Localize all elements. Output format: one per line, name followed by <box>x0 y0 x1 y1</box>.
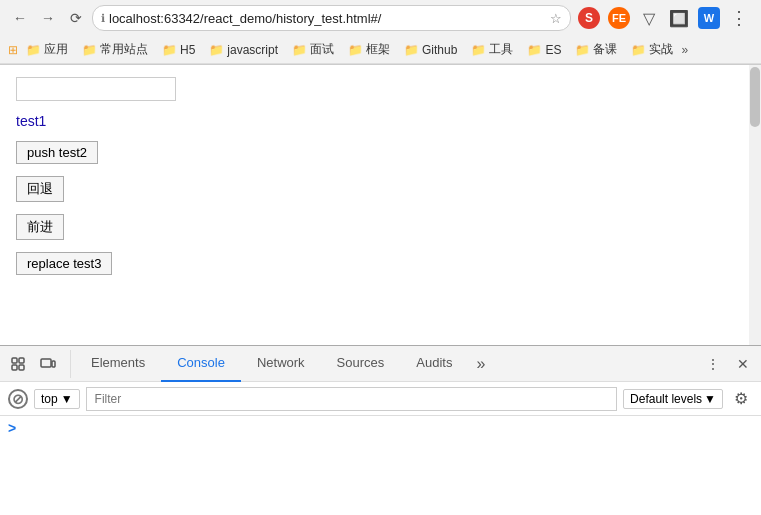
bookmark-label: ES <box>545 43 561 57</box>
bookmark-apps[interactable]: 📁 应用 <box>20 39 74 60</box>
folder-icon: 📁 <box>209 43 224 57</box>
scrollbar-thumb[interactable] <box>750 67 760 127</box>
forward-button[interactable]: → <box>36 6 60 30</box>
reload-button[interactable]: ⟳ <box>64 6 88 30</box>
address-input[interactable] <box>109 11 546 26</box>
levels-dropdown-icon: ▼ <box>704 392 716 406</box>
svg-rect-5 <box>52 361 55 367</box>
forward-button-page[interactable]: 前进 <box>16 214 64 240</box>
devtools-side-icons <box>4 350 71 378</box>
svg-rect-1 <box>12 365 17 370</box>
folder-icon: 📁 <box>348 43 363 57</box>
menu-button[interactable]: ⋮ <box>725 4 753 32</box>
folder-icon: 📁 <box>527 43 542 57</box>
tab-sources[interactable]: Sources <box>321 346 401 382</box>
devtools-toolbar: Elements Console Network Sources Audits … <box>0 346 761 382</box>
bookmark-prepare[interactable]: 📁 备课 <box>569 39 623 60</box>
folder-icon: 📁 <box>292 43 307 57</box>
tab-console[interactable]: Console <box>161 346 241 382</box>
tab-elements[interactable]: Elements <box>75 346 161 382</box>
bookmarks-bar: ⊞ 📁 应用 📁 常用站点 📁 H5 📁 javascript 📁 面试 📁 框… <box>0 36 761 64</box>
bookmark-star-icon[interactable]: ☆ <box>550 11 562 26</box>
bookmark-framework[interactable]: 📁 框架 <box>342 39 396 60</box>
bookmark-label: 实战 <box>649 41 673 58</box>
extension-icon-2[interactable]: FE <box>605 4 633 32</box>
svg-rect-4 <box>41 359 51 367</box>
address-bar[interactable]: ℹ ☆ <box>92 5 571 31</box>
console-bar: ⊘ top ▼ Default levels ▼ ⚙ <box>0 382 761 416</box>
tab-network[interactable]: Network <box>241 346 321 382</box>
bookmark-h5[interactable]: 📁 H5 <box>156 41 201 59</box>
device-icon <box>40 356 56 372</box>
search-input[interactable] <box>16 77 176 101</box>
folder-icon: 📁 <box>404 43 419 57</box>
levels-label: Default levels <box>630 392 702 406</box>
ext-orange-icon: FE <box>608 7 630 29</box>
push-test2-button[interactable]: push test2 <box>16 141 98 164</box>
bookmark-label: javascript <box>227 43 278 57</box>
tabs-more-button[interactable]: » <box>468 346 493 382</box>
back-button-page[interactable]: 回退 <box>16 176 64 202</box>
folder-icon: 📁 <box>575 43 590 57</box>
scrollbar-track[interactable] <box>749 65 761 345</box>
address-bar-icons: ☆ <box>550 11 562 26</box>
folder-icon: 📁 <box>26 43 41 57</box>
bookmark-tools[interactable]: 📁 工具 <box>465 39 519 60</box>
svg-rect-3 <box>19 365 24 370</box>
console-settings-button[interactable]: ⚙ <box>729 387 753 411</box>
device-toolbar-button[interactable] <box>34 350 62 378</box>
nav-right-icons: S FE ▽ 🔲 W ⋮ <box>575 4 753 32</box>
bookmark-github[interactable]: 📁 Github <box>398 41 463 59</box>
nav-bar: ← → ⟳ ℹ ☆ S FE ▽ 🔲 W ⋮ <box>0 0 761 36</box>
inspect-element-button[interactable] <box>4 350 32 378</box>
bookmark-js[interactable]: 📁 javascript <box>203 41 284 59</box>
ext-blue-icon: W <box>698 7 720 29</box>
folder-icon: 📁 <box>631 43 646 57</box>
bookmark-common[interactable]: 📁 常用站点 <box>76 39 154 60</box>
console-prompt-line: > <box>8 420 753 436</box>
ext-red-icon: S <box>578 7 600 29</box>
bookmark-label: 工具 <box>489 41 513 58</box>
bookmark-label: 面试 <box>310 41 334 58</box>
extension-icon-3[interactable]: ▽ <box>635 4 663 32</box>
levels-select[interactable]: Default levels ▼ <box>623 389 723 409</box>
no-entry-button[interactable]: ⊘ <box>8 389 28 409</box>
context-label: top <box>41 392 58 406</box>
context-select[interactable]: top ▼ <box>34 389 80 409</box>
devtools-right-icons: ⋮ ✕ <box>699 350 757 378</box>
bookmark-es[interactable]: 📁 ES <box>521 41 567 59</box>
bookmark-label: 常用站点 <box>100 41 148 58</box>
bookmark-practice[interactable]: 📁 实战 <box>625 39 679 60</box>
cursor-icon <box>10 356 26 372</box>
extension-icon-1[interactable]: S <box>575 4 603 32</box>
extension-icon-5[interactable]: W <box>695 4 723 32</box>
tab-audits[interactable]: Audits <box>400 346 468 382</box>
bookmark-label: 应用 <box>44 41 68 58</box>
extension-icon-4[interactable]: 🔲 <box>665 4 693 32</box>
console-output: > <box>0 416 761 515</box>
bookmarks-more[interactable]: » <box>681 43 688 57</box>
devtools-close-button[interactable]: ✕ <box>729 350 757 378</box>
bookmark-label: 备课 <box>593 41 617 58</box>
apps-icon: ⊞ <box>8 43 18 57</box>
folder-icon: 📁 <box>471 43 486 57</box>
bookmark-label: H5 <box>180 43 195 57</box>
back-button[interactable]: ← <box>8 6 32 30</box>
folder-icon: 📁 <box>162 43 177 57</box>
bookmark-label: 框架 <box>366 41 390 58</box>
devtools-panel: Elements Console Network Sources Audits … <box>0 345 761 515</box>
lock-icon: ℹ <box>101 12 105 25</box>
main-content-wrapper: test1 push test2 回退 前进 replace test3 <box>0 65 761 345</box>
context-dropdown-icon: ▼ <box>61 392 73 406</box>
browser-chrome: ← → ⟳ ℹ ☆ S FE ▽ 🔲 W ⋮ ⊞ <box>0 0 761 65</box>
console-caret-icon: > <box>8 420 16 436</box>
filter-input[interactable] <box>86 387 617 411</box>
svg-rect-2 <box>19 358 24 363</box>
svg-rect-0 <box>12 358 17 363</box>
test1-link[interactable]: test1 <box>16 113 745 129</box>
bookmark-label: Github <box>422 43 457 57</box>
replace-test3-button[interactable]: replace test3 <box>16 252 112 275</box>
devtools-settings-button[interactable]: ⋮ <box>699 350 727 378</box>
bookmark-interview[interactable]: 📁 面试 <box>286 39 340 60</box>
main-area: test1 push test2 回退 前进 replace test3 <box>0 65 761 345</box>
